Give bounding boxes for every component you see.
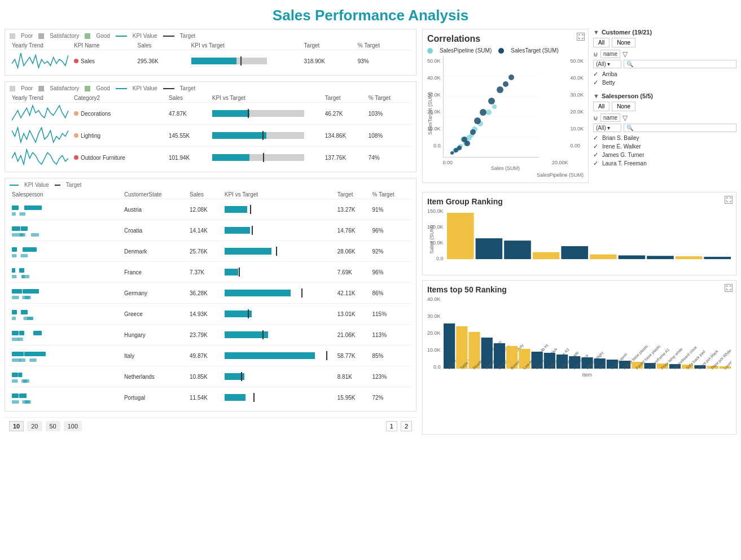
salesperson-all-option[interactable]: (All) ▾ xyxy=(593,124,621,132)
correlations-expand-icon[interactable]: ⛶ xyxy=(577,33,585,41)
kpi3-row: Croatia 14.14K 14.76K 96% xyxy=(10,220,411,241)
items-top50-expand-icon[interactable]: ⛶ xyxy=(725,284,733,292)
svg-rect-46 xyxy=(18,373,22,377)
customer-all-button[interactable]: All xyxy=(593,38,610,47)
x-axis-main-label: Sales (SUM) xyxy=(443,165,568,171)
svg-rect-15 xyxy=(21,254,28,257)
kpi2-col-sales: Sales xyxy=(166,94,210,103)
salesperson-filter-item[interactable]: ✓Brian S. Bailey xyxy=(593,134,736,142)
kpi3-target-cell: 28.06K xyxy=(335,241,370,262)
kpi3-row: Hungary 23.79K 21.06K 113% xyxy=(10,325,411,345)
kpi2-pct-cell: 108% xyxy=(366,125,411,147)
item-group-bar xyxy=(590,255,617,259)
page-size-50[interactable]: 50 xyxy=(46,421,60,431)
kpi3-state-cell: Portugal xyxy=(122,387,187,408)
svg-rect-5 xyxy=(12,226,20,231)
kpi3-sales-cell: 7.37K xyxy=(187,262,222,283)
svg-point-78 xyxy=(488,98,495,104)
x-axis-labels: 0.0020.00K xyxy=(443,159,568,165)
filter-item-label: Betty xyxy=(602,80,615,86)
kpi3-state-cell: Denmark xyxy=(122,241,187,262)
kpi2-target-cell: 137.76K xyxy=(323,147,366,169)
kpi-sales-cell: 295.36K xyxy=(135,50,189,72)
kpi3-bar-cell xyxy=(222,241,335,262)
kpi3-person-cell xyxy=(10,366,122,387)
salesperson-filter-item[interactable]: ✓Laura T. Freeman xyxy=(593,159,736,168)
kpi-name-cell: Sales xyxy=(72,50,135,72)
page-1-button[interactable]: 1 xyxy=(386,421,397,431)
page-size-10[interactable]: 10 xyxy=(9,421,24,431)
top50-x-axis-label: Item xyxy=(443,372,731,378)
page-size-20[interactable]: 20 xyxy=(27,421,42,431)
salesperson-all-button[interactable]: All xyxy=(593,102,610,111)
item-group-expand-icon[interactable]: ⛶ xyxy=(725,196,733,204)
salesperson-search-input[interactable] xyxy=(624,124,736,132)
kpi1-row: Sales 295.36K 318.90K 93% xyxy=(10,50,411,72)
salesperson-filter-item[interactable]: ✓James G. Turner xyxy=(593,151,736,159)
kpi3-bar-cell xyxy=(222,220,335,241)
salesperson-filter-icon[interactable]: ▽ xyxy=(622,114,628,122)
kpi-section-2: Poor Satisfactory Good KPI Value Target … xyxy=(5,81,416,172)
kpi1-col-name: KPI Name xyxy=(72,41,135,50)
legend3-target-line xyxy=(55,185,60,186)
customer-name-dropdown[interactable]: name xyxy=(600,50,620,58)
legend-satisfactory-label: Satisfactory xyxy=(50,33,79,39)
salesperson-none-button[interactable]: None xyxy=(612,102,635,111)
item-group-bars-area: Sales (SUM) xyxy=(446,208,731,270)
legend-good-label: Good xyxy=(96,33,109,39)
kpi2-col-pct: % Target xyxy=(366,94,411,103)
svg-rect-16 xyxy=(12,268,15,273)
svg-rect-49 xyxy=(23,379,27,383)
customer-none-button[interactable]: None xyxy=(612,38,635,47)
legend-kpi-label: KPI Value xyxy=(133,33,157,39)
kpi3-sales-cell: 36.28K xyxy=(187,283,222,304)
kpi1-table: Yearly Trend KPI Name Sales KPI vs Targe… xyxy=(10,41,411,72)
kpi3-person-cell xyxy=(10,241,122,262)
cat-name-cell: Lighting xyxy=(72,125,166,147)
customer-filter-item[interactable]: ✓Betty xyxy=(593,78,736,87)
svg-rect-4 xyxy=(20,212,26,216)
svg-rect-30 xyxy=(12,317,16,320)
kpi3-target-cell: 42.11K xyxy=(335,283,370,304)
right-panel: Correlations ⛶ SalesPipeline (SUM) Sales… xyxy=(416,29,736,435)
kpi3-state-cell: Italy xyxy=(122,345,187,366)
svg-rect-21 xyxy=(12,289,22,294)
kpi3-person-cell xyxy=(10,262,122,283)
items-top50-title: Items top 50 Ranking xyxy=(427,285,731,294)
kpi2-col-trend: Yearly Trend xyxy=(10,94,72,103)
item-group-bar xyxy=(704,257,731,259)
kpi3-pct-cell: 72% xyxy=(370,387,411,408)
customer-filter-icon[interactable]: ▽ xyxy=(622,50,628,58)
kpi1-legend: Poor Satisfactory Good KPI Value Target xyxy=(10,33,411,39)
page-2-button[interactable]: 2 xyxy=(401,421,412,431)
kpi3-target-cell: 13.01K xyxy=(335,304,370,325)
kpi3-target-cell: 13.27K xyxy=(335,199,370,220)
customer-search-input[interactable] xyxy=(624,60,736,68)
kpi3-target-cell: 14.76K xyxy=(335,220,370,241)
page-size-100[interactable]: 100 xyxy=(64,421,82,431)
kpi3-bar-cell xyxy=(222,283,335,304)
salesperson-filter-item[interactable]: ✓Irene E. Walker xyxy=(593,142,736,151)
customer-all-option[interactable]: (All) ▾ xyxy=(593,60,621,68)
salesperson-items-list: ✓Brian S. Bailey✓Irene E. Walker✓James G… xyxy=(593,134,736,168)
svg-rect-10 xyxy=(12,247,17,252)
customer-filter-item[interactable]: ✓Arriba xyxy=(593,70,736,78)
kpi3-col-person: Salesperson xyxy=(10,190,122,199)
svg-point-77 xyxy=(480,109,486,116)
salesperson-name-dropdown[interactable]: name xyxy=(600,113,620,122)
item-group-bar xyxy=(647,256,674,259)
mini-bar-svg xyxy=(12,222,80,238)
kpi3-bar-cell xyxy=(222,325,335,345)
customer-filter-triangle: ▼ xyxy=(593,29,599,36)
kpi1-col-trend: Yearly Trend xyxy=(10,41,72,50)
scatter-legend-target-dot xyxy=(498,48,504,54)
svg-rect-39 xyxy=(24,352,34,356)
kpi3-bar-cell xyxy=(222,366,335,387)
kpi3-state-cell: Austria xyxy=(122,199,187,220)
svg-rect-24 xyxy=(34,289,39,294)
kpi3-person-cell xyxy=(10,387,122,408)
mini-bar-svg xyxy=(12,326,80,342)
mini-bar-svg xyxy=(12,368,80,384)
top50-bars-area: Sales (SUM) Floor UplighterTable 11Readi… xyxy=(443,296,731,387)
trend-cell xyxy=(10,125,72,147)
